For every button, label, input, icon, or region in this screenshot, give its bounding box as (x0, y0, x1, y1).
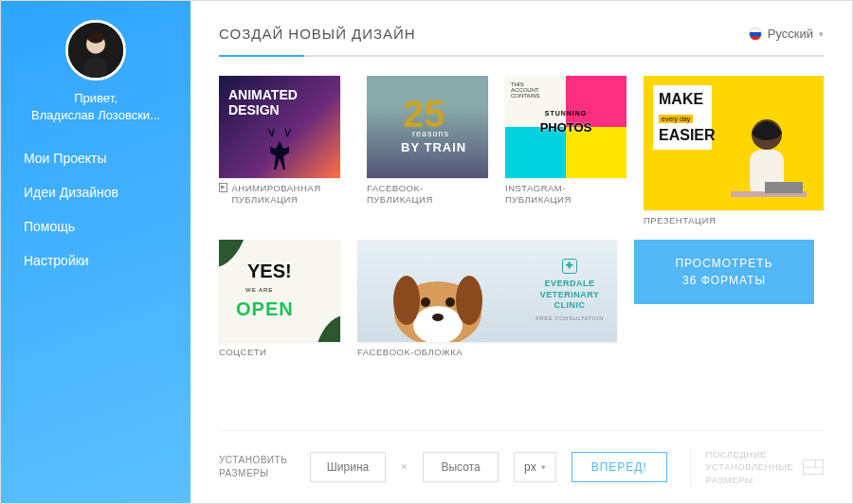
template-label: АНИМИРОВАННАЯ ПУБЛИКАЦИЯ (231, 183, 350, 206)
thumb-clinic: ✚ EVERDALE VETERINARY CLINIC FREE CONSUL… (535, 259, 604, 323)
template-label: INSTAGRAM-ПУБЛИКАЦИЯ (505, 183, 626, 206)
title-underline (219, 55, 824, 57)
sidebar-item-ideas[interactable]: Идеи Дизайнов (1, 175, 191, 209)
width-input[interactable] (310, 452, 386, 482)
thumb-yes: YES! (247, 261, 292, 282)
template-animated-post[interactable]: ANIMATED DESIGN ▶ АНИМИРОВАННАЯ ПУБЛИКАЦ… (219, 76, 350, 206)
sidebar-item-settings[interactable]: Настройки (1, 243, 191, 278)
cta-line2: 36 ФОРМАТЫ (644, 272, 805, 289)
deer-icon (256, 125, 303, 172)
template-social[interactable]: YES! WE ARE OPEN СОЦСЕТИ (219, 240, 340, 358)
recent-sizes-label: ПОСЛЕДНИЕ УСТАНОВЛЕННЫЕ РАЗМЕРЫ (706, 448, 793, 486)
template-thumb: YES! WE ARE OPEN (219, 240, 340, 342)
greeting: Привет, Владислав Лозовски... (1, 90, 191, 124)
svg-point-13 (432, 314, 444, 321)
svg-point-11 (421, 297, 430, 307)
template-thumb: ANIMATED DESIGN (219, 76, 340, 178)
template-label: ПРЕЗЕНТАЦИЯ (644, 215, 824, 226)
play-icon: ▶ (219, 183, 227, 192)
dog-icon (376, 247, 499, 342)
thumb-we-are: WE ARE (245, 287, 273, 293)
template-facebook-cover[interactable]: ✚ EVERDALE VETERINARY CLINIC FREE CONSUL… (357, 240, 617, 358)
layout-icon[interactable] (803, 459, 824, 475)
height-input[interactable] (423, 452, 499, 482)
svg-point-9 (393, 276, 420, 325)
thumb-text: ANIMATED DESIGN (228, 87, 298, 117)
svg-rect-6 (765, 182, 803, 193)
sidebar: Привет, Владислав Лозовски... Мои Проект… (1, 1, 191, 503)
thumb-make: MAKE (659, 91, 706, 108)
thumb-open: OPEN (236, 298, 294, 320)
thumb-photos: PHOTOS (540, 120, 592, 135)
template-facebook-post[interactable]: 25 reasons BY TRAIN FACEBOOK-ПУБЛИКАЦИЯ (367, 76, 488, 206)
plus-icon: ✚ (562, 259, 577, 274)
thumb-subtext2: BY TRAIN (401, 140, 466, 154)
go-button[interactable]: ВПЕРЕД! (572, 452, 667, 482)
avatar[interactable] (65, 20, 126, 81)
svg-rect-2 (83, 57, 107, 78)
page-title: СОЗДАЙ НОВЫЙ ДИЗАЙН (219, 26, 416, 42)
greeting-username: Владислав Лозовски... (10, 107, 181, 124)
template-thumb: 25 reasons BY TRAIN (367, 76, 488, 178)
person-icon (721, 106, 816, 210)
thumb-everyday: every day (659, 115, 693, 123)
nav: Мои Проекты Идеи Дизайнов Помощь Настрой… (1, 141, 191, 278)
template-thumb: ✚ EVERDALE VETERINARY CLINIC FREE CONSUL… (357, 240, 617, 342)
header: СОЗДАЙ НОВЫЙ ДИЗАЙН Русский ▾ (219, 26, 824, 42)
language-selector[interactable]: Русский ▾ (749, 27, 824, 41)
template-presentation[interactable]: MAKE every day EASIER ПРЕЗЕНТАЦИЯ (644, 76, 824, 226)
unit-selector[interactable]: px ▾ (514, 452, 556, 482)
template-label: FACEBOOK-ОБЛОЖКА (357, 347, 617, 358)
cta-line1: ПРОСМОТРЕТЬ (644, 255, 805, 272)
chevron-down-icon: ▾ (541, 462, 546, 472)
main: СОЗДАЙ НОВЫЙ ДИЗАЙН Русский ▾ ANIMATED D… (191, 1, 852, 503)
custom-size-label: УСТАНОВИТЬ РАЗМЕРЫ (219, 454, 295, 480)
template-thumb: THIS ACCOUNT CONTAINS STUNNING PHOTOS (505, 76, 626, 178)
greeting-hello: Привет, (10, 90, 181, 107)
template-label: СОЦСЕТИ (219, 347, 340, 358)
thumb-stunning: STUNNING (545, 109, 588, 116)
template-thumb: MAKE every day EASIER (644, 76, 824, 210)
chevron-down-icon: ▾ (819, 29, 824, 39)
view-all-formats-button[interactable]: ПРОСМОТРЕТЬ 36 ФОРМАТЫ (634, 240, 814, 304)
svg-point-10 (456, 276, 482, 325)
recent-sizes: ПОСЛЕДНИЕ УСТАНОВЛЕННЫЕ РАЗМЕРЫ (690, 448, 824, 486)
flag-icon (749, 27, 762, 41)
thumb-subtext: reasons (412, 129, 449, 138)
times-icon: × (401, 460, 408, 474)
thumb-easier: EASIER (659, 127, 706, 144)
unit-label: px (524, 460, 536, 474)
template-instagram-post[interactable]: THIS ACCOUNT CONTAINS STUNNING PHOTOS IN… (505, 76, 626, 206)
sidebar-item-help[interactable]: Помощь (1, 209, 191, 243)
custom-size-bar: УСТАНОВИТЬ РАЗМЕРЫ × px ▾ ВПЕРЕД! ПОСЛЕД… (219, 430, 824, 486)
language-label: Русский (768, 27, 813, 41)
svg-point-12 (445, 297, 455, 307)
sidebar-item-projects[interactable]: Мои Проекты (1, 141, 191, 175)
template-label: FACEBOOK-ПУБЛИКАЦИЯ (367, 183, 488, 206)
